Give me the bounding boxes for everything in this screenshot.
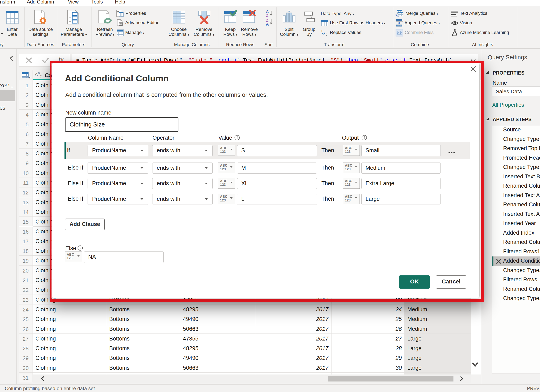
svg-text:A: A [266,22,269,26]
svg-text:2: 2 [326,33,327,36]
svg-text:1: 1 [321,30,322,33]
svg-text:Z: Z [266,13,269,17]
